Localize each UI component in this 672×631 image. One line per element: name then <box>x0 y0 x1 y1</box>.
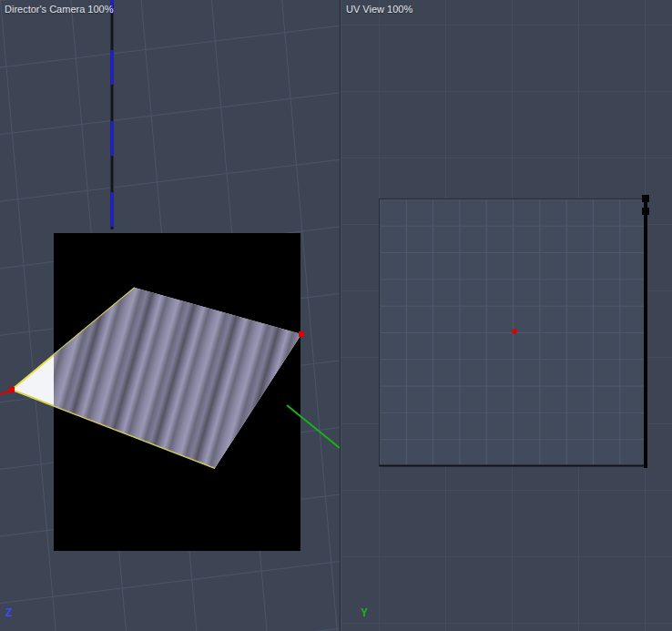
uv-collapsed-edge[interactable] <box>644 197 647 468</box>
uv-selected-point[interactable] <box>513 330 517 334</box>
app-root: Director's Camera 100% Z <box>0 0 672 631</box>
vertex-handle-left[interactable] <box>9 387 15 392</box>
axis-label-y: Y <box>361 607 368 618</box>
vertex-handle-right[interactable] <box>299 331 304 337</box>
uv-point-handle-1[interactable] <box>642 195 649 202</box>
camera-scene-svg[interactable] <box>0 0 340 631</box>
camera-viewport[interactable]: Director's Camera 100% Z <box>0 0 340 631</box>
uv-viewport-title[interactable]: UV View 100% <box>346 4 412 15</box>
uv-viewport[interactable]: UV View 100% Y <box>341 0 672 631</box>
uv-point-handle-2[interactable] <box>642 208 649 215</box>
camera-viewport-title[interactable]: Director's Camera 100% <box>5 4 113 15</box>
axis-label-z: Z <box>5 607 12 618</box>
uv-scene-svg[interactable] <box>341 0 672 631</box>
